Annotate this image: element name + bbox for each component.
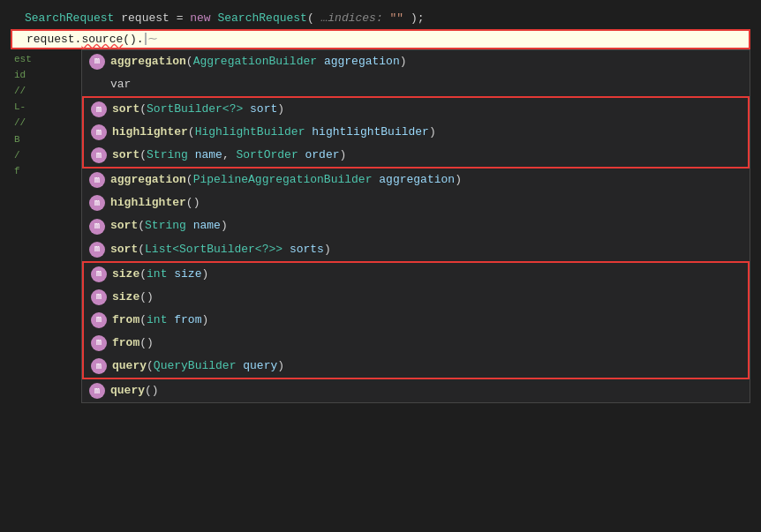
method-icon: m — [89, 172, 105, 188]
hint-5: // — [11, 115, 55, 131]
red-box-2: m size (int size) m size () m from (int … — [82, 261, 750, 379]
ac-method-params: () — [145, 381, 159, 401]
ac-item-size-1[interactable]: m size (int size) — [84, 263, 748, 286]
hint-6: B — [11, 131, 55, 147]
close-paren: ); — [411, 11, 425, 25]
cursor — [145, 33, 147, 45]
param-hint: …indices: — [321, 11, 390, 25]
method-icon: m — [91, 266, 107, 282]
ac-method-params: () — [186, 193, 200, 213]
ac-method-params: (QueryBuilder query) — [147, 356, 284, 376]
ac-method-name: size — [112, 265, 139, 284]
method-icon: m — [89, 219, 105, 235]
ac-item-aggregation-2[interactable]: m aggregation (PipelineAggregationBuilde… — [82, 169, 750, 191]
ac-method-name: aggregation — [110, 52, 186, 71]
ac-method-params: (AggregationBuilder aggregation) — [186, 52, 407, 71]
ac-method-name: sort — [112, 146, 139, 165]
hint-8: f — [11, 163, 55, 179]
ac-method-name: query — [112, 356, 147, 376]
hint-2: id — [11, 67, 55, 83]
ac-item-highlighter-1[interactable]: m highlighter (HighlightBuilder hightlig… — [84, 121, 748, 144]
ac-method-name: sort — [110, 216, 138, 236]
ac-method-params: () — [139, 333, 154, 353]
method-icon: m — [91, 101, 107, 117]
ac-method-params: () — [139, 288, 154, 307]
ac-item-sort-1[interactable]: m sort (SortBuilder<?> sort) — [84, 98, 748, 121]
ac-method-params: (SortBuilder<?> sort) — [139, 100, 284, 119]
autocomplete-panel: m aggregation (AggregationBuilder aggreg… — [81, 49, 750, 403]
constructor: SearchRequest( — [217, 11, 313, 25]
var-name: request = — [121, 11, 190, 25]
method-icon: m — [89, 242, 105, 258]
ac-item-highlighter-2[interactable]: m highlighter () — [82, 191, 750, 214]
ac-item-from-1[interactable]: m from (int from) — [84, 309, 748, 332]
wavy-indicator: ⁓ — [148, 34, 157, 44]
ac-method-params: (int size) — [139, 265, 208, 284]
ac-method-name: aggregation — [110, 170, 186, 190]
method-icon: m — [91, 312, 107, 328]
method-icon: m — [91, 289, 107, 305]
red-box-1: m sort (SortBuilder<?> sort) m highlight… — [82, 96, 750, 169]
method-icon: m — [91, 124, 107, 140]
editor-container: SearchRequest request = new SearchReques… — [0, 0, 761, 412]
ac-method-name: highlighter — [110, 193, 186, 213]
ac-item-sort-4[interactable]: m sort (List<SortBuilder<?>> sorts) — [82, 238, 750, 261]
new-keyword: new — [190, 11, 210, 25]
ac-item-sort-2[interactable]: m sort (String name, SortOrder order) — [84, 144, 748, 167]
ac-item-from-2[interactable]: m from () — [84, 332, 748, 355]
ac-method-params: (List<SortBuilder<?>> sorts) — [138, 240, 330, 259]
hint-1: est — [11, 51, 55, 67]
ac-method-params: (int from) — [139, 311, 208, 330]
ac-method-params: (HighlightBuilder hightlightBuilder) — [188, 123, 436, 142]
ac-item-query-2[interactable]: m query () — [82, 379, 750, 402]
ac-item-var[interactable]: var — [82, 73, 750, 96]
method-icon: m — [91, 358, 107, 374]
active-code-line: request.source(). ⁓ — [11, 29, 750, 49]
active-line-text: request.source(). — [26, 33, 144, 46]
ac-method-name: from — [112, 333, 139, 353]
ac-method-name: highlighter — [112, 123, 188, 142]
ac-method-name: sort — [110, 240, 138, 259]
ac-var-label: var — [110, 75, 131, 94]
type-keyword: SearchRequest — [25, 11, 114, 25]
method-icon: m — [91, 147, 107, 163]
ac-method-params: (String name) — [138, 216, 227, 236]
hint-7: / — [11, 147, 55, 163]
ac-method-params: (PipelineAggregationBuilder aggregation) — [186, 170, 462, 190]
ac-method-name: from — [112, 311, 139, 330]
ac-method-name: sort — [112, 100, 139, 119]
ac-item-size-2[interactable]: m size () — [84, 286, 748, 309]
ac-item-query-1[interactable]: m query (QueryBuilder query) — [84, 355, 748, 378]
dropdown-area: est id // L- // B / f m aggregation (Agg… — [11, 49, 750, 403]
hint-3: // — [11, 83, 55, 99]
ac-method-name: size — [112, 288, 139, 307]
method-icon: m — [89, 195, 105, 211]
code-line-1: SearchRequest request = new SearchReques… — [11, 9, 750, 29]
string-val: "" — [390, 11, 404, 25]
method-icon: m — [91, 335, 107, 351]
ac-method-name: query — [110, 381, 145, 401]
method-icon: m — [89, 54, 105, 70]
ac-item-aggregation-1[interactable]: m aggregation (AggregationBuilder aggreg… — [82, 50, 750, 73]
ac-item-sort-3[interactable]: m sort (String name) — [82, 214, 750, 237]
left-sidebar-hints: est id // L- // B / f — [11, 49, 55, 403]
hint-4: L- — [11, 99, 55, 115]
ac-method-params: (String name, SortOrder order) — [139, 146, 346, 165]
method-icon: m — [89, 383, 105, 399]
